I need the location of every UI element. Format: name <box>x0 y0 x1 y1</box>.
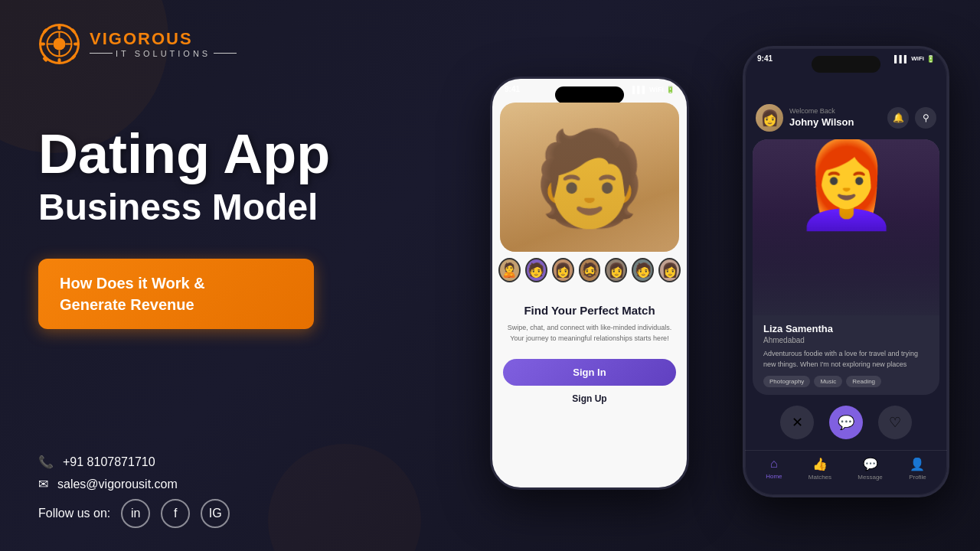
logo: VIGOROUS IT SOLUTIONS <box>38 23 421 65</box>
sign-up-button[interactable]: Sign Up <box>503 393 676 404</box>
nav-profile[interactable]: 👤 Profile <box>909 457 926 481</box>
find-match-desc: Swipe, chat, and connect with like-minde… <box>503 323 676 344</box>
svg-rect-3 <box>58 24 61 30</box>
user-name: Johny Wilson <box>789 116 854 128</box>
dynamic-island-1 <box>555 86 624 103</box>
logo-subtitle: IT SOLUTIONS <box>90 49 237 58</box>
dynamic-island-2 <box>812 56 880 73</box>
contact-section: 📞 +91 8107871710 ✉ sales@vigorousit.com … <box>38 455 421 551</box>
welcome-text: Welcome Back Johny Wilson <box>789 107 854 129</box>
sign-in-button[interactable]: Sign In <box>503 359 676 386</box>
svg-rect-5 <box>40 43 45 46</box>
tag-photography: Photography <box>763 376 810 387</box>
wifi-icon-2: WiFi <box>911 55 924 62</box>
email-icon: ✉ <box>38 477 48 491</box>
profile-card-image: 👩‍🦰 <box>753 139 939 315</box>
like-button[interactable]: ♡ <box>878 406 912 439</box>
logo-text: VIGOROUS IT SOLUTIONS <box>90 31 237 58</box>
tag-music: Music <box>814 376 842 387</box>
badge-line1: How Does it Work & <box>60 272 292 294</box>
avatar-6[interactable]: 🧑 <box>632 258 654 282</box>
user-info-header: 👩 Welcome Back Johny Wilson <box>756 104 854 132</box>
email-address: sales@vigorousit.com <box>57 478 178 491</box>
profile-city: Ahmedabad <box>763 336 929 344</box>
status-icons-1: ▌▌▌ WiFi 🔋 <box>632 86 675 93</box>
avatar-3[interactable]: 👩 <box>552 258 574 282</box>
notification-icon[interactable]: 🔔 <box>887 107 909 129</box>
avatar-2[interactable]: 🧑 <box>525 258 547 282</box>
user-avatar: 👩 <box>756 104 783 132</box>
time-2: 9:41 <box>757 54 773 63</box>
message-nav-icon: 💬 <box>863 457 878 471</box>
profile-tags: Photography Music Reading <box>763 376 929 387</box>
avatar-1[interactable]: 🙎 <box>498 258 521 282</box>
filter-icon[interactable]: ⚲ <box>915 107 936 129</box>
avatar-row: 🙎 🧑 👩 🧔 👩 🧑 👩 <box>492 258 687 282</box>
nav-home-label: Home <box>766 473 782 480</box>
signal-icon-2: ▌▌▌ <box>894 55 909 63</box>
action-buttons: ✕ 💬 ♡ <box>745 395 947 450</box>
nav-matches-label: Matches <box>808 474 831 481</box>
header-icons: 🔔 ⚲ <box>887 107 936 129</box>
time-1: 9:41 <box>505 85 520 93</box>
battery-icon-2: 🔋 <box>926 55 935 63</box>
logo-name-orous: OROUS <box>123 29 193 48</box>
wifi-icon: WiFi <box>649 86 664 93</box>
email-contact[interactable]: ✉ sales@vigorousit.com <box>38 477 421 491</box>
headline-line1: Dating App <box>38 126 421 181</box>
svg-rect-6 <box>74 43 79 46</box>
linkedin-button[interactable]: in <box>121 499 150 528</box>
follow-label: Follow us on: <box>38 507 110 520</box>
signal-icon: ▌▌▌ <box>632 86 647 93</box>
svg-point-2 <box>54 38 66 51</box>
dismiss-button[interactable]: ✕ <box>780 406 814 439</box>
phone-contact[interactable]: 📞 +91 8107871710 <box>38 455 421 469</box>
profile-card: 👩‍🦰 Liza Samentha Ahmedabad Adventurous … <box>753 139 939 395</box>
profile-bio: Adventurous foodie with a love for trave… <box>763 349 929 370</box>
logo-name-vig: VIG <box>90 29 123 48</box>
avatar-5[interactable]: 👩 <box>605 258 627 282</box>
find-match-title: Find Your Perfect Match <box>503 304 676 317</box>
nav-matches[interactable]: 👍 Matches <box>808 457 831 481</box>
tag-reading: Reading <box>846 376 881 387</box>
facebook-button[interactable]: f <box>161 499 190 528</box>
nav-home[interactable]: ⌂ Home <box>766 457 782 481</box>
avatar-7[interactable]: 👩 <box>658 258 681 282</box>
svg-rect-4 <box>58 58 61 64</box>
headline-line2: Business Model <box>38 187 421 228</box>
status-icons-2: ▌▌▌ WiFi 🔋 <box>894 55 935 63</box>
phone2-mockup: 9:41 ▌▌▌ WiFi 🔋 👩 Welcome Back Johny Wil… <box>743 46 949 497</box>
home-nav-icon: ⌂ <box>770 457 778 471</box>
phone1-mockup: 9:41 ▌▌▌ WiFi 🔋 🧑 🙎 🧑 👩 🧔 👩 🧑 👩 <box>490 77 689 490</box>
nav-message-label: Message <box>858 474 882 481</box>
nav-profile-label: Profile <box>909 474 926 481</box>
bottom-nav: ⌂ Home 👍 Matches 💬 Message 👤 Profile <box>745 450 947 493</box>
phone-number: +91 8107871710 <box>63 455 155 469</box>
matches-nav-icon: 👍 <box>812 457 828 471</box>
welcome-small: Welcome Back <box>789 107 854 115</box>
avatar-4[interactable]: 🧔 <box>579 258 601 282</box>
svg-rect-9 <box>42 57 48 63</box>
instagram-button[interactable]: IG <box>201 499 230 528</box>
phone-icon: 📞 <box>38 455 54 469</box>
profile-name: Liza Samentha <box>763 323 929 334</box>
message-button[interactable]: 💬 <box>829 406 863 439</box>
profile-nav-icon: 👤 <box>910 457 925 471</box>
nav-message[interactable]: 💬 Message <box>858 457 882 481</box>
logo-icon <box>38 23 80 65</box>
profile-card-info: Liza Samentha Ahmedabad Adventurous food… <box>753 315 939 395</box>
phone2-header: 👩 Welcome Back Johny Wilson 🔔 ⚲ <box>745 66 947 139</box>
battery-icon: 🔋 <box>666 86 675 93</box>
tagline-badge: How Does it Work & Generate Revenue <box>38 259 314 329</box>
social-row: Follow us on: in f IG <box>38 499 421 528</box>
badge-line2: Generate Revenue <box>60 294 292 315</box>
